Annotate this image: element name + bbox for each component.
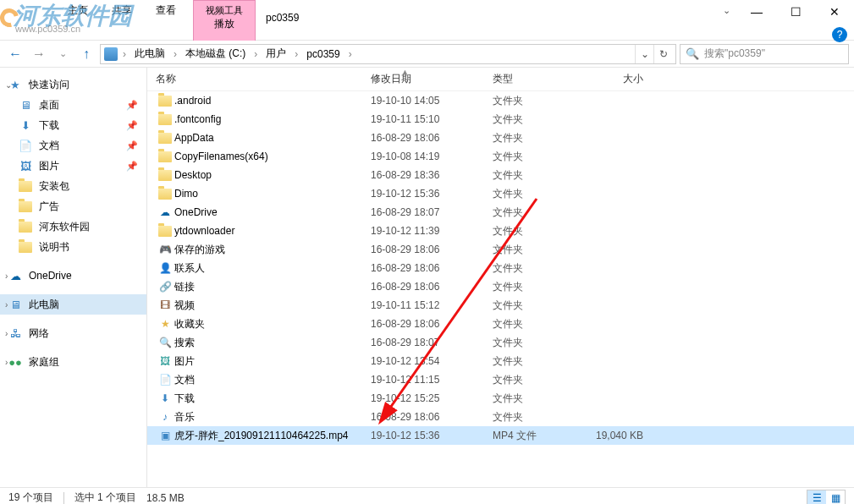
address-box[interactable]: › 此电脑› 本地磁盘 (C:)› 用户› pc0359› ⌄ ↻ (100, 44, 676, 64)
file-row[interactable]: 🎞 视频 19-10-11 15:12 文件夹 (147, 296, 854, 315)
view-icons-button[interactable]: ▦ (826, 490, 845, 505)
sidebar-folder[interactable]: 说明书 (0, 237, 146, 257)
sidebar-downloads[interactable]: ⬇下载📌 (0, 115, 146, 135)
sidebar-folder[interactable]: 广告 (0, 196, 146, 216)
sidebar-pictures[interactable]: 🖼图片📌 (0, 156, 146, 176)
address-bar: ← → ⌄ ↑ › 此电脑› 本地磁盘 (C:)› 用户› pc0359› ⌄ … (0, 41, 854, 68)
back-button[interactable]: ← (5, 44, 25, 64)
file-date: 19-10-08 14:19 (371, 151, 493, 162)
file-type: MP4 文件 (493, 429, 576, 443)
crumb-current[interactable]: pc0359 (303, 48, 343, 60)
file-icon: ♪ (156, 411, 174, 423)
file-name: Desktop (174, 169, 371, 181)
window-title: pc0359 (256, 0, 299, 41)
file-name: 下载 (174, 392, 371, 406)
sidebar-folder[interactable]: 安装包 (0, 176, 146, 196)
col-name[interactable]: 名称 (156, 72, 371, 86)
file-size: 19,040 KB (576, 430, 660, 441)
file-row[interactable]: 📄 文档 19-10-12 11:15 文件夹 (147, 370, 854, 389)
file-name: 搜索 (174, 336, 371, 350)
file-name: .android (174, 95, 371, 107)
col-size[interactable]: 大小 (576, 72, 660, 86)
file-type: 文件夹 (493, 205, 576, 220)
sidebar-network[interactable]: ›🖧网络 (0, 323, 146, 343)
file-name: 图片 (174, 354, 371, 369)
file-type: 文件夹 (493, 280, 576, 294)
watermark-url: www.pc0359.cn (15, 24, 80, 34)
crumb-thispc[interactable]: 此电脑 (131, 47, 168, 61)
file-row[interactable]: ☁ OneDrive 16-08-29 18:07 文件夹 (147, 203, 854, 222)
file-icon: 🖼 (156, 355, 174, 367)
file-icon: ☁ (156, 206, 174, 218)
file-date: 16-08-29 18:06 (371, 411, 493, 423)
file-date: 16-08-29 18:07 (371, 206, 493, 218)
ribbon-context-tab[interactable]: 视频工具 播放 (193, 0, 256, 41)
file-row[interactable]: ♪ 音乐 16-08-29 18:06 文件夹 (147, 408, 854, 426)
col-type[interactable]: 类型 (493, 72, 576, 86)
file-row[interactable]: 🔍 搜索 16-08-29 18:07 文件夹 (147, 333, 854, 352)
file-name: 保存的游戏 (174, 243, 371, 257)
file-date: 19-10-10 14:05 (371, 95, 493, 107)
status-selection-size: 18.5 MB (146, 492, 185, 504)
col-date[interactable]: 修改日期 (371, 72, 493, 86)
search-input[interactable]: 🔍 搜索"pc0359" (680, 44, 849, 64)
pin-icon: 📌 (126, 140, 138, 151)
minimize-button[interactable]: — (737, 0, 776, 24)
sort-indicator-icon: ▲ (401, 68, 409, 76)
file-row[interactable]: Desktop 16-08-29 18:36 文件夹 (147, 166, 854, 184)
file-date: 16-08-29 18:06 (371, 281, 493, 293)
file-icon: 👤 (156, 262, 174, 274)
file-icon: 🔍 (156, 337, 174, 348)
file-row[interactable]: 🎮 保存的游戏 16-08-29 18:06 文件夹 (147, 240, 854, 259)
file-type: 文件夹 (493, 94, 576, 108)
file-date: 19-10-11 15:12 (371, 299, 493, 311)
sidebar-desktop[interactable]: 🖥桌面📌 (0, 95, 146, 115)
file-row[interactable]: CopyFilenames(x64) 19-10-08 14:19 文件夹 (147, 147, 854, 166)
sidebar-thispc[interactable]: ›🖥此电脑 (0, 294, 146, 315)
maximize-button[interactable]: ☐ (776, 0, 815, 24)
file-name: 虎牙-胖炸_201909121110464225.mp4 (174, 429, 371, 443)
file-icon: ▣ (156, 430, 174, 441)
sidebar-documents[interactable]: 📄文档📌 (0, 135, 146, 156)
sidebar-quick-access[interactable]: ⌄★快速访问 (0, 74, 146, 95)
crumb-drive[interactable]: 本地磁盘 (C:) (182, 47, 249, 61)
status-selection: 选中 1 个项目 (74, 490, 136, 504)
ribbon-tab-view[interactable]: 查看 (144, 0, 188, 41)
file-row[interactable]: ytdownloader 19-10-12 11:39 文件夹 (147, 222, 854, 240)
file-date: 19-10-12 11:39 (371, 225, 493, 237)
up-button[interactable]: ↑ (76, 44, 96, 64)
file-row[interactable]: Dimo 19-10-12 15:36 文件夹 (147, 184, 854, 203)
file-type: 文件夹 (493, 168, 576, 183)
file-row[interactable]: 🖼 图片 19-10-12 13:54 文件夹 (147, 352, 854, 370)
file-icon: ⬇ (156, 392, 174, 404)
file-icon: 🎞 (156, 299, 174, 311)
sidebar-folder[interactable]: 河东软件园 (0, 216, 146, 237)
address-dropdown-button[interactable]: ⌄ (635, 45, 653, 63)
file-row[interactable]: .android 19-10-10 14:05 文件夹 (147, 91, 854, 110)
help-button[interactable]: ? (832, 27, 847, 42)
file-row[interactable]: 👤 联系人 16-08-29 18:06 文件夹 (147, 259, 854, 277)
sidebar-homegroup[interactable]: ›●●家庭组 (0, 352, 146, 372)
file-name: 收藏夹 (174, 317, 371, 331)
close-button[interactable]: ✕ (815, 0, 854, 24)
file-row[interactable]: AppData 16-08-29 18:06 文件夹 (147, 129, 854, 147)
file-row[interactable]: ▣ 虎牙-胖炸_201909121110464225.mp4 19-10-12 … (147, 426, 854, 445)
file-row[interactable]: ★ 收藏夹 16-08-29 18:06 文件夹 (147, 315, 854, 333)
file-icon: 🎮 (156, 244, 174, 255)
file-name: 音乐 (174, 410, 371, 425)
file-date: 19-10-12 11:15 (371, 374, 493, 386)
file-row[interactable]: ⬇ 下载 19-10-12 15:25 文件夹 (147, 389, 854, 408)
refresh-button[interactable]: ↻ (653, 45, 672, 63)
file-row[interactable]: .fontconfig 19-10-11 15:10 文件夹 (147, 110, 854, 129)
file-date: 16-08-29 18:06 (371, 244, 493, 255)
sidebar-onedrive[interactable]: ›☁OneDrive (0, 266, 146, 286)
view-details-button[interactable]: ☰ (807, 490, 826, 505)
crumb-users[interactable]: 用户 (262, 47, 289, 61)
status-bar: 19 个项目 选中 1 个项目 18.5 MB ☰ ▦ (0, 487, 854, 504)
recent-locations-button[interactable]: ⌄ (52, 44, 73, 64)
forward-button[interactable]: → (29, 44, 49, 64)
file-row[interactable]: 🔗 链接 16-08-29 18:06 文件夹 (147, 277, 854, 296)
ribbon-expand-icon[interactable]: ⌄ (723, 5, 730, 16)
file-icon (156, 189, 174, 200)
file-type: 文件夹 (493, 187, 576, 201)
